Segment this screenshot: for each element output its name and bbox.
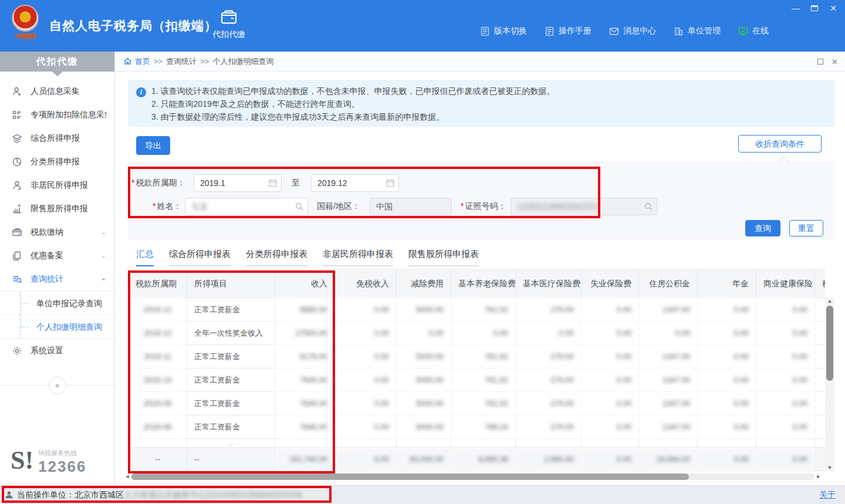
top-menu-item-version-switch[interactable]: 版本切换 xyxy=(480,26,527,36)
table-cell: 0.00 xyxy=(516,322,582,345)
period-to-input[interactable]: 2019.12 xyxy=(311,174,399,192)
about-link[interactable]: 关于 xyxy=(819,490,836,500)
sidebar-item-system-settings[interactable]: 系统设置 xyxy=(0,339,114,363)
table-cell: 全年一次性奖金收入 xyxy=(187,322,275,345)
breadcrumb: 首页 >> 查询统计 >> 个人扣缴明细查询 ✕ xyxy=(115,52,845,72)
table-cell: 0.00 xyxy=(698,392,756,415)
table-total-cell: 2,960.40 xyxy=(516,448,582,471)
table-cell xyxy=(639,439,698,448)
table-cell xyxy=(815,298,826,322)
table-cell: 761.52 xyxy=(451,368,516,392)
sidebar-subitem-unit-declaration-query[interactable]: 单位申报记录查询 xyxy=(0,292,114,315)
export-button[interactable]: 导出 xyxy=(136,136,170,155)
period-from-input[interactable]: 2019.1 xyxy=(194,174,282,192)
panel-maximize-icon[interactable] xyxy=(817,57,823,66)
sidebar-menu: 人员信息采集专项附加扣除信息采集综合所得申报分类所得申报非居民所得申报限售股所得… xyxy=(0,72,114,363)
scroll-down-icon[interactable]: ▼ xyxy=(825,464,834,471)
table-cell xyxy=(815,345,826,368)
collapse-query-button[interactable]: 收折查询条件 xyxy=(738,135,822,153)
table-cell: 2019-08 xyxy=(129,415,187,439)
app-window: 中国税务 自然人电子税务局（扣缴端） 代扣代缴 版本切换操作手册消息中心单位管理… xyxy=(0,0,845,504)
table-cell: 1347.00 xyxy=(639,415,698,439)
search-icon[interactable] xyxy=(644,202,653,211)
horizontal-scroll-thumb[interactable] xyxy=(131,473,689,480)
sidebar-subitem-personal-withholding-query[interactable]: 个人扣缴明细查询 xyxy=(0,315,114,339)
tab-0[interactable]: 汇总 xyxy=(136,249,154,266)
sidebar-item-classified-income[interactable]: 分类所得申报 xyxy=(0,150,114,174)
panel-controls: ✕ xyxy=(817,52,838,72)
scroll-left-icon[interactable]: ◄ xyxy=(124,473,130,481)
tax-bureau-logo: 中国税务 xyxy=(9,5,41,45)
sidebar-collapse-button[interactable]: « xyxy=(49,377,66,394)
vertical-scroll-thumb[interactable] xyxy=(826,306,833,381)
table-cell: 0.00 xyxy=(451,322,516,345)
home-icon xyxy=(123,57,132,66)
sidebar-item-nonresident-income[interactable]: 非居民所得申报 xyxy=(0,174,114,197)
vertical-scrollbar[interactable]: ▲ ▼ xyxy=(825,297,834,471)
chevron-down-icon: ⌄ xyxy=(101,253,106,259)
sidebar-item-tax-payment[interactable]: 税款缴纳⌄ xyxy=(0,221,114,244)
chevron-down-icon: ⌄ xyxy=(101,229,106,235)
table-cell: 5000.00 xyxy=(397,392,451,415)
module-tab-withholding[interactable]: 代扣代缴 xyxy=(207,8,251,47)
table-row[interactable]: 2019-12正常工资薪金9985.000.005000.00761.52279… xyxy=(129,298,826,322)
close-icon[interactable]: ✕ xyxy=(827,2,839,14)
table-cell: 正常工资薪金 xyxy=(187,345,275,368)
table-row[interactable]: 2019-08正常工资薪金7645.000.005000.00798.24279… xyxy=(129,415,826,439)
minimize-icon[interactable]: — xyxy=(790,2,802,14)
sidebar: 代扣代缴 人员信息采集专项附加扣除信息采集综合所得申报分类所得申报非居民所得申报… xyxy=(0,52,115,485)
sidebar-item-restricted-shares[interactable]: 限售股所得申报 xyxy=(0,197,114,221)
sidebar-item-query-statistics[interactable]: 查询统计⌃ xyxy=(0,268,114,291)
table-row[interactable]: 2019-12全年一次性奖金收入27500.000.000.000.000.00… xyxy=(129,322,826,345)
sidebar-item-special-deduction[interactable]: 专项附加扣除信息采集 xyxy=(0,103,114,127)
table-cell: 1347.00 xyxy=(639,298,698,322)
table-cell: 9178.00 xyxy=(275,345,335,368)
breadcrumb-home-link[interactable]: 首页 xyxy=(135,56,150,67)
id-number-input[interactable]: 110502199903042222 xyxy=(511,198,657,215)
scroll-up-icon[interactable]: ▲ xyxy=(825,297,834,305)
query-button[interactable]: 查询 xyxy=(745,220,780,236)
tab-4[interactable]: 限售股所得申报表 xyxy=(408,249,479,266)
breadcrumb-separator: >> xyxy=(154,57,163,66)
top-menu-item-message-center[interactable]: 消息中心 xyxy=(609,26,656,36)
table-row[interactable]: 2019-09正常工资薪金7645.000.005000.00761.52279… xyxy=(129,392,826,415)
column-header: 年金 xyxy=(698,270,756,298)
panel-close-icon[interactable]: ✕ xyxy=(832,57,838,66)
tab-1[interactable]: 综合所得申报表 xyxy=(169,249,231,266)
table-row[interactable]: 2019-10正常工资薪金7645.000.005000.00761.52279… xyxy=(129,368,826,392)
sidebar-header: 代扣代缴 xyxy=(0,52,114,72)
column-header: 住房公积金 xyxy=(639,270,698,298)
sidebar-item-personnel-info[interactable]: 人员信息采集 xyxy=(0,80,114,103)
sidebar-item-comprehensive-income[interactable]: 综合所得申报 xyxy=(0,127,114,150)
top-menu-item-online-status[interactable]: 在线 xyxy=(738,26,769,36)
sidebar-item-preferential-filing[interactable]: 优惠备案⌄ xyxy=(0,244,114,268)
reset-button[interactable]: 重置 xyxy=(789,220,823,236)
calendar-icon[interactable] xyxy=(268,178,278,188)
sidebar-submenu-query-statistics: 单位申报记录查询个人扣缴明细查询 xyxy=(0,291,114,339)
user-icon xyxy=(5,491,13,499)
notice-line: 2. 只能查询2019年及之后的数据，不能进行跨年度查询。 xyxy=(151,97,826,110)
result-table-wrap: 税款所属期所得项目收入免税收入减除费用基本养老保险费基本医疗保险费失业保险费住房… xyxy=(128,269,834,471)
top-menu-item-manual[interactable]: 操作手册 xyxy=(545,26,592,36)
tab-2[interactable]: 分类所得申报表 xyxy=(246,249,307,266)
table-cell xyxy=(451,439,516,448)
horizontal-scrollbar[interactable]: ◄ ► xyxy=(128,473,834,481)
top-menu-label: 在线 xyxy=(752,26,769,36)
top-menu-item-unit-management[interactable]: 单位管理 xyxy=(674,26,721,36)
restore-icon[interactable] xyxy=(809,2,820,14)
name-input[interactable]: 马某 xyxy=(185,198,308,215)
tab-3[interactable]: 非居民所得申报表 xyxy=(323,249,393,266)
building-icon xyxy=(674,26,684,36)
sidebar-item-label: 系统设置 xyxy=(31,346,106,356)
scroll-right-icon[interactable]: ► xyxy=(816,473,822,481)
user-icon xyxy=(12,180,22,191)
calendar-icon[interactable] xyxy=(386,178,395,188)
table-row[interactable]: 2019-11正常工资薪金9178.000.005000.00761.52279… xyxy=(129,345,826,368)
chevron-up-icon: ⌃ xyxy=(101,278,106,285)
table-cell: 7645.00 xyxy=(275,415,335,439)
main-panel: 首页 >> 查询统计 >> 个人扣缴明细查询 ✕ i 1. 该查询统计表仅能查询… xyxy=(115,52,845,485)
notice-box: i 1. 该查询统计表仅能查询已申报成功的数据，不包含未申报、申报失败，已申报但… xyxy=(128,80,834,127)
search-icon[interactable] xyxy=(295,202,304,211)
column-header: 税 xyxy=(815,270,826,298)
table-header-row: 税款所属期所得项目收入免税收入减除费用基本养老保险费基本医疗保险费失业保险费住房… xyxy=(129,270,826,298)
